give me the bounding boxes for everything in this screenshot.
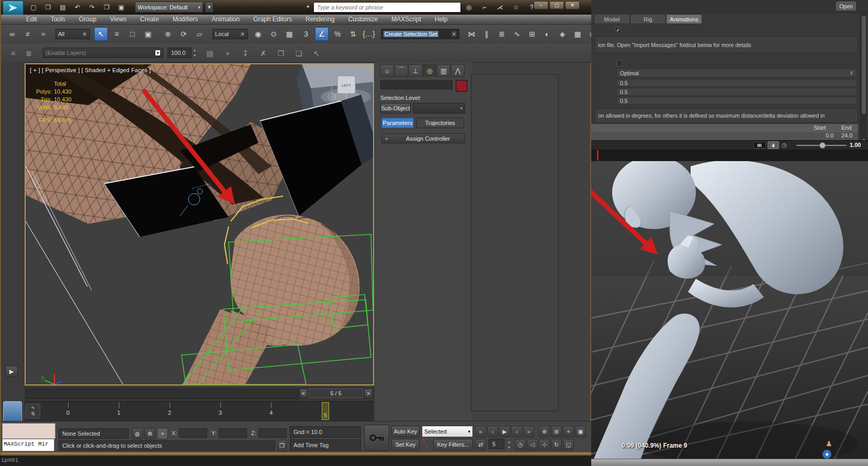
align-icon[interactable]: ∥ (480, 27, 493, 41)
communication-center-icon[interactable]: ⋌ (494, 2, 506, 13)
window-crossing-icon[interactable]: ▣ (141, 27, 155, 41)
viewport-collapse-icon[interactable]: ◁ (368, 65, 372, 71)
track-bar[interactable]: ∿⇅ 01234 5 (25, 401, 374, 422)
maximize-button[interactable]: ▢ (549, 1, 564, 9)
new-scene-icon[interactable]: ▢ (27, 2, 40, 13)
tab-utilities[interactable]: ⋀ (451, 64, 465, 77)
render-frame-icon[interactable]: ▦ (571, 27, 584, 41)
render-setup-icon[interactable]: ◈ (556, 27, 569, 41)
time-config-icon[interactable]: ◷ (515, 439, 526, 450)
select-and-rotate-icon[interactable]: ⟳ (177, 27, 190, 41)
import-tab[interactable]: Animations (666, 14, 702, 24)
menu-item[interactable]: Group (79, 16, 96, 23)
menu-item[interactable]: Animation (212, 16, 240, 23)
undo-icon[interactable]: ↶ (71, 2, 84, 13)
anim-compression-checkbox[interactable] (616, 60, 623, 66)
key-mode-toggle-icon[interactable]: ⇄ (475, 439, 486, 450)
previous-frame-icon[interactable]: ‹ (487, 426, 498, 437)
speed-slider-knob[interactable] (819, 142, 826, 149)
timeline-playhead[interactable] (597, 150, 599, 161)
tag-icon[interactable]: ◆ (822, 450, 831, 459)
import-tab[interactable]: Model (594, 14, 630, 24)
go-to-start-icon[interactable]: « (475, 426, 486, 437)
bind-to-space-warp-icon[interactable]: ≈ (37, 27, 50, 41)
current-frame-field[interactable] (489, 439, 504, 449)
prev-frame-arrow[interactable]: < (299, 389, 308, 398)
menu-item[interactable]: Rendering (306, 16, 334, 23)
animation-preview[interactable]: 0:09 (040.9%) Frame 9 ♟ ◆ (591, 161, 868, 459)
select-object-icon[interactable]: ↖ (94, 27, 108, 41)
time-slider-handle[interactable]: 5 / 5 (309, 389, 363, 398)
selection-status-field[interactable]: None Selected (59, 428, 129, 439)
go-to-end-icon[interactable]: » (523, 426, 534, 437)
scrollbar-thumb[interactable] (862, 16, 866, 114)
workspace-more-button[interactable]: ▾ (205, 2, 213, 13)
save-file-icon[interactable]: ▤ (57, 2, 69, 13)
pan-hand-icon[interactable]: ⊹ (539, 439, 550, 450)
add-time-tag[interactable]: Add Time Tag (290, 439, 361, 451)
expand-tray-button[interactable]: ▶ (5, 366, 18, 377)
next-frame-arrow[interactable]: > (364, 389, 373, 398)
selection-lock-icon[interactable]: ⋒ (144, 428, 155, 439)
assign-controller-rollout[interactable]: + Assign Controller (381, 133, 465, 143)
search-icon[interactable]: ◎ (463, 2, 475, 13)
sub-object-button[interactable]: Sub-Object (380, 103, 411, 113)
frame-spinner[interactable]: ▴▾ (506, 439, 512, 450)
key-filters-button[interactable]: Key Filters... (433, 439, 473, 450)
angle-snap-icon[interactable]: ∠ (315, 27, 329, 41)
schematic-view-icon[interactable]: ⊞ (525, 27, 539, 41)
maximize-viewport-icon[interactable]: ◱ (563, 439, 574, 450)
menu-item[interactable]: Graph Editors (253, 16, 292, 23)
menu-item[interactable]: Modifiers (173, 16, 198, 23)
ik-toggle[interactable]: IK (753, 142, 766, 149)
next-frame-icon[interactable]: › (511, 426, 522, 437)
curve-editor-icon[interactable]: ∿ (510, 27, 524, 41)
menu-item[interactable]: Help (435, 16, 448, 23)
mini-curve-editor-button[interactable]: ∿⇅ (26, 404, 40, 418)
snap-toggle-3d-icon[interactable]: 3 (299, 27, 313, 41)
import-animation-checkbox[interactable]: ✓ (615, 27, 622, 33)
avatar-icon[interactable]: ♟ (826, 439, 832, 448)
object-color-swatch[interactable] (456, 80, 467, 92)
key-mode-dropdown[interactable]: Selected ▾ (422, 426, 473, 437)
redo-icon[interactable]: ↷ (86, 2, 98, 13)
layer-manager-icon[interactable]: ▤ (203, 47, 217, 60)
create-layer-icon[interactable]: + (221, 47, 234, 60)
anim-timeline[interactable] (591, 150, 868, 161)
select-by-name-icon[interactable]: ≡ (110, 27, 123, 41)
viewport-label[interactable]: [ + ] [ Perspective ] [ Shaded + Edged F… (30, 67, 151, 73)
import-tab[interactable]: Rig (630, 14, 666, 24)
clock-icon[interactable]: ◷ (782, 142, 787, 149)
select-and-link-icon[interactable]: ∞ (5, 27, 19, 41)
axis-gizmo-toggle[interactable]: ⋔ (768, 141, 779, 149)
tab-display[interactable]: ▥ (437, 64, 450, 77)
scrollbar[interactable]: ▼ (860, 13, 867, 147)
parameters-tab[interactable]: Parameters (381, 118, 414, 128)
use-pivot-center-icon[interactable]: ◉ (251, 27, 265, 41)
y-coordinate-field[interactable] (219, 428, 247, 438)
close-button[interactable]: ✕ (565, 1, 580, 9)
object-name-field[interactable] (380, 80, 453, 89)
anim-playbar[interactable]: IK ⋔ ◷ 1.00 (591, 140, 868, 151)
mirror-icon[interactable]: ⋈ (465, 27, 478, 41)
trajectories-tab[interactable]: Trajectories (416, 118, 464, 128)
minimize-button[interactable]: – (534, 1, 548, 9)
pick-layer-icon[interactable]: ↖ (310, 47, 323, 60)
tab-motion[interactable]: ◎ (423, 64, 436, 77)
menu-item[interactable]: Customize (348, 16, 378, 23)
edit-named-sets-icon[interactable]: {…} (362, 27, 376, 41)
open-button[interactable]: Open (836, 2, 856, 10)
key-brush-icon[interactable]: ╲ (423, 439, 431, 449)
percent-snap-icon[interactable]: % (331, 27, 344, 41)
zoom-region-icon[interactable]: ▣ (575, 426, 586, 437)
hold-fetch-icon[interactable]: ❐ (100, 2, 113, 13)
set-keys-button[interactable] (364, 425, 389, 451)
infocenter-key-icon[interactable]: ⌐ (478, 2, 491, 13)
auto-key-button[interactable]: Auto Key (391, 426, 420, 437)
unlink-selection-icon[interactable]: ≠ (21, 27, 35, 41)
isolate-toggle-icon[interactable]: ◍ (132, 428, 143, 439)
scene-explorer-panel[interactable] (471, 74, 559, 411)
layer-pin-icon[interactable]: ≡ (6, 47, 20, 60)
fov-icon[interactable]: ◁ (527, 439, 538, 450)
favorites-star-icon[interactable]: ☆ (510, 2, 522, 13)
